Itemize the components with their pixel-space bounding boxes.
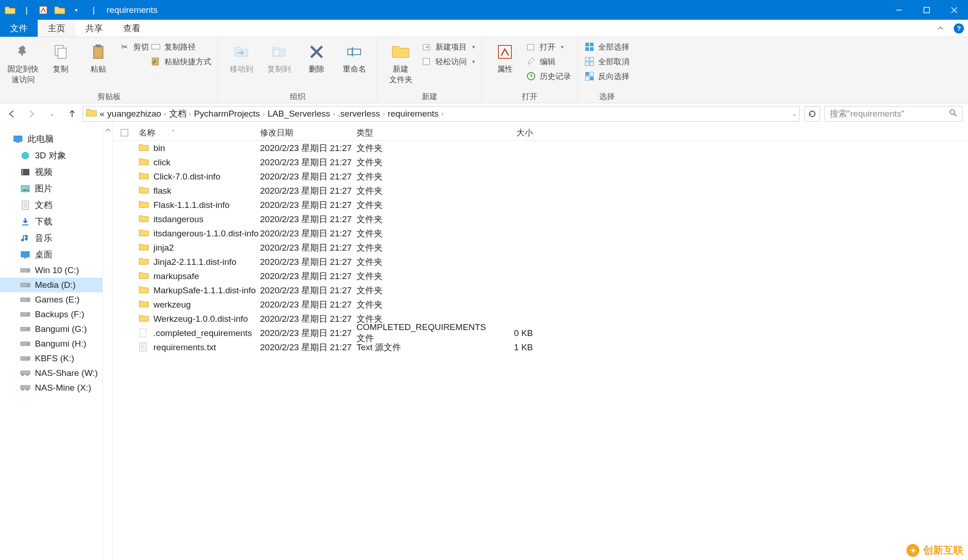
breadcrumb-item[interactable]: requirements [388,109,439,119]
table-row[interactable]: .completed_requirements2020/2/23 星期日 21:… [113,326,968,340]
tab-share[interactable]: 共享 [75,20,113,37]
folder-icon [139,143,149,153]
file-type: Text 源文件 [357,342,492,353]
sidebar-item[interactable]: Media (D:) [0,278,102,292]
paste-shortcut-button[interactable]: 粘贴快捷方式 [151,55,211,68]
table-row[interactable]: click2020/2/23 星期日 21:27文件夹 [113,155,968,169]
table-row[interactable]: Click-7.0.dist-info2020/2/23 星期日 21:27文件… [113,169,968,184]
sidebar-item[interactable]: 视频 [0,164,102,180]
column-header-size[interactable]: 大小 [492,127,538,138]
new-item-button[interactable]: ✦新建项目▾ [422,40,475,54]
sidebar-item[interactable]: 桌面 [0,246,102,263]
column-header-name[interactable]: 名称˄ [136,127,260,138]
forward-button[interactable] [26,109,38,118]
sidebar-item[interactable]: NAS-Mine (X:) [0,381,102,395]
sidebar-item-label: Media (D:) [35,280,76,290]
table-row[interactable]: bin2020/2/23 星期日 21:27文件夹 [113,141,968,155]
sidebar-item[interactable]: Bangumi (H:) [0,336,102,351]
breadcrumb-item[interactable]: PycharmProjects [194,109,260,119]
select-all-button[interactable]: 全部选择 [584,40,629,54]
table-row[interactable]: Flask-1.1.1.dist-info2020/2/23 星期日 21:27… [113,198,968,212]
table-row[interactable]: Jinja2-2.11.1.dist-info2020/2/23 星期日 21:… [113,255,968,269]
breadcrumb-item[interactable]: LAB_Serverless [267,109,330,119]
address-bar[interactable]: «yuangezhizao›文档›PycharmProjects›LAB_Ser… [83,106,800,122]
column-header-type[interactable]: 类型 [357,127,492,138]
recent-locations-button[interactable]: ⌄ [46,111,58,117]
select-none-icon [584,56,594,67]
sidebar-item[interactable]: 文档 [0,197,102,213]
properties-icon[interactable] [36,3,51,17]
chevron-right-icon[interactable]: › [333,110,335,118]
table-row[interactable]: MarkupSafe-1.1.1.dist-info2020/2/23 星期日 … [113,283,968,297]
sidebar-item[interactable]: Backups (F:) [0,307,102,322]
qat-dropdown-icon[interactable]: ▾ [69,3,84,17]
table-row[interactable]: itsdangerous-1.1.0.dist-info2020/2/23 星期… [113,226,968,241]
maximize-button[interactable] [913,0,940,20]
chevron-right-icon[interactable]: › [189,110,192,118]
select-none-button[interactable]: 全部取消 [584,55,629,68]
svg-rect-37 [22,170,23,171]
edit-button[interactable]: 编辑 [526,55,571,68]
back-button[interactable] [6,109,17,118]
select-all-checkbox[interactable] [113,129,136,136]
help-button[interactable]: ? [950,20,968,37]
file-type: 文件夹 [357,171,492,183]
tab-file[interactable]: 文件 [0,20,38,37]
folder-icon[interactable] [52,3,67,17]
tab-home[interactable]: 主页 [38,20,75,37]
up-button[interactable] [66,109,78,118]
chevron-right-icon[interactable]: › [442,110,444,118]
breadcrumb-item[interactable]: yuangezhizao [108,109,161,119]
properties-button[interactable]: 属性 [488,40,521,74]
svg-rect-7 [94,46,103,58]
sidebar-item[interactable]: KBFS (K:) [0,351,102,366]
table-row[interactable]: werkzeug2020/2/23 星期日 21:27文件夹 [113,297,968,312]
refresh-button[interactable] [804,106,820,122]
sidebar-item[interactable]: 下载 [0,213,102,230]
pin-to-quick-access-button[interactable]: 固定到快 速访问 [6,40,40,85]
open-button[interactable]: 打开▾ [526,40,571,54]
tab-view[interactable]: 查看 [113,20,151,37]
breadcrumb-item[interactable]: 文档 [169,108,187,120]
invert-selection-button[interactable]: 反向选择 [584,69,629,83]
delete-button[interactable]: 删除 [300,40,333,74]
new-folder-button[interactable]: 新建 文件夹 [384,40,417,85]
sidebar-item[interactable]: 图片 [0,180,102,197]
copy-button[interactable]: 复制 [44,40,77,74]
svg-rect-64 [21,386,30,389]
chevron-right-icon[interactable]: › [263,110,265,118]
copy-to-button[interactable]: 复制到 [262,40,295,74]
breadcrumb-item[interactable]: .serverless [338,109,380,119]
easy-access-button[interactable]: 轻松访问▾ [422,55,475,68]
paste-button[interactable]: 粘贴 [82,40,115,74]
column-header-date[interactable]: 修改日期 [260,127,357,138]
close-button[interactable] [940,0,968,20]
table-row[interactable]: requirements.txt2020/2/23 星期日 21:27Text … [113,340,968,354]
collapse-ribbon-button[interactable] [931,20,950,37]
sidebar-item[interactable]: Win 10 (C:) [0,263,102,278]
tree-scroll-arrow[interactable] [103,124,113,560]
table-row[interactable]: itsdangerous2020/2/23 星期日 21:27文件夹 [113,212,968,226]
chevron-right-icon[interactable]: › [164,110,166,118]
minimize-button[interactable] [885,0,913,20]
chevron-right-icon[interactable]: › [383,110,385,118]
sidebar-item[interactable]: NAS-Share (W:) [0,366,102,381]
table-row[interactable]: jinja22020/2/23 星期日 21:27文件夹 [113,241,968,255]
cut-button[interactable]: ✂剪切 [119,40,149,54]
table-row[interactable]: flask2020/2/23 星期日 21:27文件夹 [113,184,968,198]
table-row[interactable]: markupsafe2020/2/23 星期日 21:27文件夹 [113,269,968,283]
sidebar-item[interactable]: Games (E:) [0,292,102,307]
sidebar-item[interactable]: 3D 对象 [0,147,102,164]
address-dropdown-button[interactable]: ⌄ [792,111,797,117]
move-to-button[interactable]: 移动到 [225,40,258,74]
sidebar-item[interactable]: Bangumi (G:) [0,322,102,336]
sidebar-item[interactable]: 音乐 [0,230,102,246]
copy-path-button[interactable]: 复制路径 [151,40,211,54]
svg-text:✦: ✦ [425,44,430,50]
search-box[interactable]: 搜索"requirements" [825,106,962,122]
history-button[interactable]: 历史记录 [526,69,571,83]
sidebar-item[interactable]: 此电脑 [0,131,102,147]
svg-rect-48 [24,258,27,258]
rename-button[interactable]: 重命名 [338,40,371,74]
table-row[interactable]: Werkzeug-1.0.0.dist-info2020/2/23 星期日 21… [113,312,968,326]
